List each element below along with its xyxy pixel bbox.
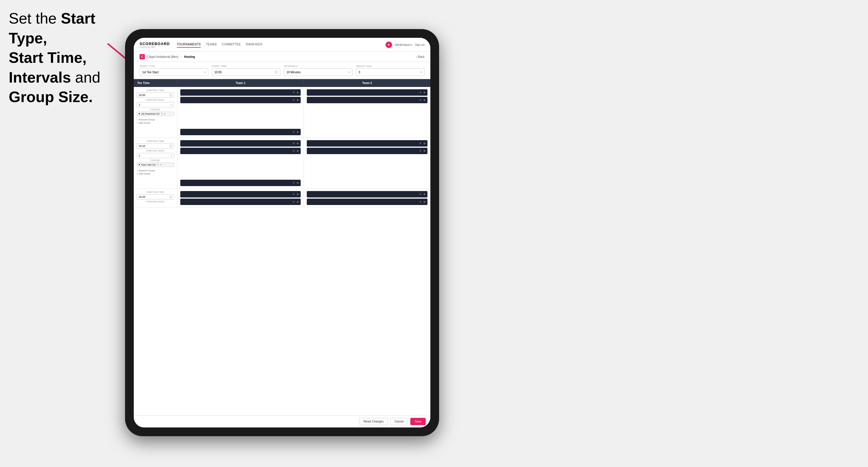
starting-time-field-2[interactable]: 10:10 🕐 [137, 143, 174, 149]
player-remove-2-1[interactable]: ✕ [292, 142, 295, 145]
nav-teams[interactable]: TEAMS [206, 41, 217, 48]
player-search-3-2[interactable]: ⊕ [297, 200, 299, 203]
player-search-2-4[interactable]: ⊕ [424, 150, 426, 152]
player-remove-2-5[interactable]: ✕ [292, 182, 295, 184]
player-search-2-5[interactable]: ⊕ [297, 182, 299, 184]
user-email: blair@clippd.io [395, 43, 412, 46]
player-row-3-2: ✕ ⊕ [180, 198, 301, 205]
player-search-2-1[interactable]: ⊕ [297, 142, 299, 145]
course-remove-2[interactable]: ✕ [157, 163, 159, 166]
course-label-2: COURSE: [137, 159, 174, 161]
breadcrumb-section: Hosting [184, 55, 195, 58]
group-block-3: STARTING TIME: 10:20 🕐 STARTING HOLE: ✕ … [134, 189, 430, 208]
player-row-3-4: ✕ ⊕ [307, 198, 428, 205]
instruction-text: Set the Start Type, Start Time, Interval… [9, 9, 114, 107]
group-2-team1-extra: ✕ ⊕ [177, 177, 304, 188]
start-type-field: Start Type 1st Tee Start ▾ [140, 65, 208, 76]
group-1-team2-extra [304, 126, 430, 137]
logo-sub: Powered by clipp [140, 46, 170, 48]
nav-tournaments[interactable]: TOURNAMENTS [177, 41, 201, 48]
player-remove-3-3[interactable]: ✕ [419, 193, 422, 196]
player-search-1-3[interactable]: ⊕ [424, 91, 426, 94]
group-size-label: Group Size [356, 65, 425, 67]
course-arrow-1[interactable]: ▾ [164, 113, 165, 115]
time-icon-3: 🕐 [169, 196, 172, 198]
player-remove-2-4[interactable]: ✕ [419, 150, 422, 152]
reset-changes-button[interactable]: Reset Changes [359, 418, 388, 425]
starting-hole-field-1[interactable]: 1 ▾ [137, 102, 174, 107]
group-1-extra-row: ✕ ⊕ [134, 126, 430, 137]
group-size-select[interactable]: 3 ▾ [356, 68, 425, 76]
course-remove-1[interactable]: ✕ [161, 113, 163, 115]
group-row-2: STARTING TIME: 10:10 🕐 STARTING HOLE: 1 … [134, 138, 430, 177]
player-search-2-2[interactable]: ⊕ [297, 150, 299, 152]
player-search-2-3[interactable]: ⊕ [424, 142, 426, 145]
player-row-2-1: ✕ ⊕ [180, 140, 301, 147]
settings-bar: Start Type 1st Tee Start ▾ Start Time 10… [134, 62, 430, 79]
add-group-1[interactable]: + Add Group [137, 122, 174, 124]
starting-hole-label-3: STARTING HOLE: [137, 200, 174, 203]
player-remove-1-2[interactable]: ✕ [292, 99, 295, 101]
start-time-clock-icon: 🕐 [275, 71, 278, 73]
logo-area: SCOREBOARD Powered by clipp [140, 41, 170, 48]
group-1-left: STARTING TIME: 10:00 🕐 STARTING HOLE: 1 … [134, 87, 177, 126]
player-remove-3-2[interactable]: ✕ [292, 200, 295, 203]
player-remove-3-4[interactable]: ✕ [419, 200, 422, 203]
player-search-3-4[interactable]: ⊕ [424, 200, 426, 203]
group-size-field: Group Size 3 ▾ [356, 65, 425, 76]
hole-arrow-icon-2: ▾ [171, 154, 172, 157]
starting-hole-label-2: STARTING HOLE: [137, 150, 174, 152]
player-remove-1-4[interactable]: ✕ [419, 99, 422, 101]
player-search-3-3[interactable]: ⊕ [424, 193, 426, 196]
group-block-1: STARTING TIME: 10:00 🕐 STARTING HOLE: 1 … [134, 87, 430, 138]
footer-bar: Reset Changes Cancel Save [134, 415, 430, 428]
start-time-field: Start Time 10:00 🕐 [212, 65, 280, 76]
table-header: Tee Time Team 1 Team 2 [134, 79, 430, 87]
group-3-team2: ✕ ⊕ ✕ ⊕ [304, 189, 430, 207]
start-time-select[interactable]: 10:00 🕐 [212, 68, 280, 76]
starting-time-field-3[interactable]: 10:20 🕐 [137, 194, 174, 199]
player-search-1-1[interactable]: ⊕ [297, 91, 299, 94]
tablet-screen: SCOREBOARD Powered by clipp TOURNAMENTS … [134, 38, 430, 428]
add-group-2[interactable]: + Add Group [137, 173, 174, 175]
course-arrow-2[interactable]: ▾ [160, 163, 161, 166]
player-remove-1-3[interactable]: ✕ [419, 91, 422, 94]
time-icon-1: 🕐 [169, 94, 172, 97]
group-block-2: STARTING TIME: 10:10 🕐 STARTING HOLE: 1 … [134, 138, 430, 189]
player-row-2-5: ✕ ⊕ [180, 180, 301, 186]
group-row-1: STARTING TIME: 10:00 🕐 STARTING HOLE: 1 … [134, 87, 430, 126]
start-type-label: Start Type [140, 65, 208, 67]
group-2-team2-extra [304, 177, 430, 188]
player-remove-1-1[interactable]: ✕ [292, 91, 295, 94]
player-search-1-5[interactable]: ⊕ [297, 130, 299, 133]
nav-committee[interactable]: COMMITTEE [222, 41, 241, 48]
player-remove-2-3[interactable]: ✕ [419, 142, 422, 145]
player-search-1-2[interactable]: ⊕ [297, 99, 299, 101]
th-team1: Team 1 [177, 79, 304, 87]
intervals-select[interactable]: 10 Minutes ▾ [284, 68, 352, 76]
remove-group-2[interactable]: ○ Remove Group [137, 169, 174, 172]
player-row-1-4: ✕ ⊕ [307, 97, 428, 103]
player-row-1-2: ✕ ⊕ [180, 97, 301, 103]
group-1-team1: ✕ ⊕ ✕ ⊕ [177, 87, 304, 126]
back-button[interactable]: ‹ Back [416, 55, 425, 58]
player-remove-3-1[interactable]: ✕ [292, 193, 295, 196]
start-type-select[interactable]: 1st Tee Start ▾ [140, 68, 208, 76]
course-tag-1: ⚑ (A) Peachtree GC ✕ ▾ [137, 112, 174, 116]
cancel-button[interactable]: Cancel [390, 418, 408, 425]
breadcrumb-tournament[interactable]: Clippd Invitational (Men) [147, 55, 179, 58]
remove-group-1[interactable]: ○ Remove Group [137, 118, 174, 121]
player-row-3-3: ✕ ⊕ [307, 191, 428, 197]
save-button[interactable]: Save [410, 418, 426, 425]
player-search-1-4[interactable]: ⊕ [424, 99, 426, 101]
player-remove-1-5[interactable]: ✕ [292, 130, 295, 133]
player-remove-2-2[interactable]: ✕ [292, 150, 295, 152]
starting-time-label-3: STARTING TIME: [137, 191, 174, 193]
starting-time-field-1[interactable]: 10:00 🕐 [137, 92, 174, 98]
nav-rankings[interactable]: RANKINGS [246, 41, 262, 48]
sign-out-link[interactable]: Sign out [415, 43, 425, 46]
starting-hole-field-2[interactable]: 1 ▾ [137, 153, 174, 158]
group-size-arrow-icon: ▾ [421, 71, 422, 73]
player-search-3-1[interactable]: ⊕ [297, 193, 299, 196]
player-row-1-3: ✕ ⊕ [307, 89, 428, 96]
